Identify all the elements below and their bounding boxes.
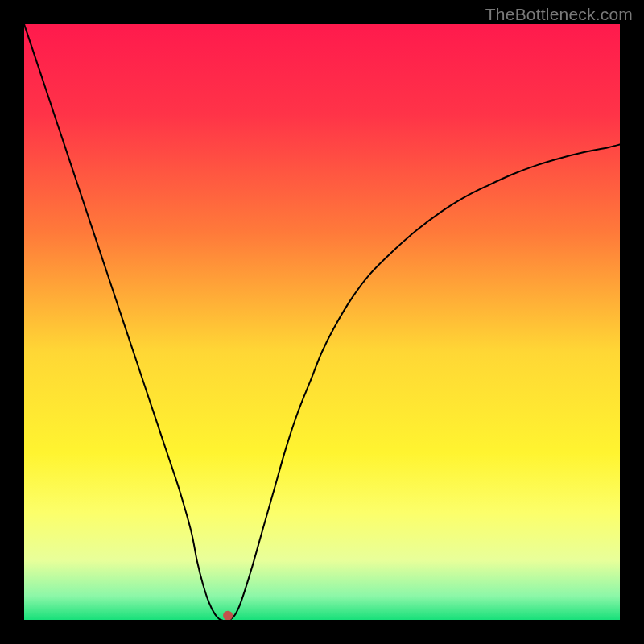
chart-background-gradient [24, 24, 620, 620]
chart-svg [24, 24, 620, 620]
watermark-text: TheBottleneck.com [485, 5, 633, 24]
chart-plot-area [24, 24, 620, 620]
chart-frame: TheBottleneck.com [0, 0, 644, 644]
